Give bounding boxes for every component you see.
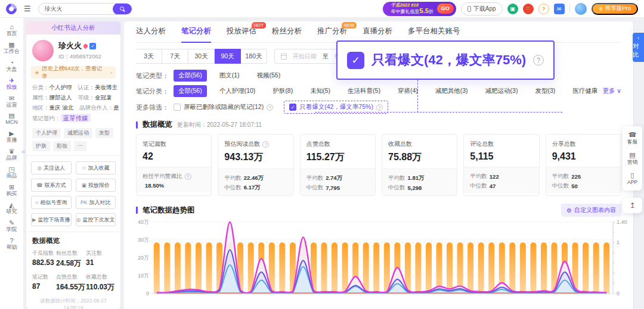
toolbox-icon[interactable]: ▣ xyxy=(507,4,518,14)
tag-chip[interactable]: 个人护理 xyxy=(32,128,61,138)
analysis-tab[interactable]: 直播分析 xyxy=(363,26,392,42)
floating-menu-item[interactable]: ▤ 营销 xyxy=(623,149,642,169)
notes-trend-chart[interactable]: 010万20万30万40万011.40 xyxy=(136,219,621,300)
time-range-button[interactable]: 90天 xyxy=(215,49,241,64)
rail-item[interactable]: ▦ 工作台 xyxy=(0,39,23,57)
analysis-tab[interactable]: 多平台相关账号 xyxy=(408,26,460,42)
card-value: 75.88万 xyxy=(388,151,451,164)
category-chip[interactable]: 减肥运动(3) xyxy=(481,85,523,97)
rail-item[interactable]: ⌂ 首页 xyxy=(0,21,23,39)
section-bar xyxy=(136,207,138,214)
download-app-button[interactable]: 下载App xyxy=(461,2,503,15)
tag-chip[interactable]: 发型 xyxy=(95,128,113,138)
rail-item[interactable]: ? 帮助 xyxy=(0,235,23,253)
compare-tab[interactable]: ‹ 对比 xyxy=(633,33,644,62)
pro-upgrade-button[interactable]: ♛尊享版Pro xyxy=(592,3,638,15)
action-button[interactable]: ▣ 投放报价 xyxy=(76,179,116,192)
rail-item[interactable]: ▤ MCN xyxy=(0,110,23,128)
time-range-button[interactable]: 180天 xyxy=(241,49,267,64)
live-icon: ▶ xyxy=(9,130,14,137)
analysis-tab[interactable]: 投放评估 HOT xyxy=(227,26,256,42)
floating-menu-item[interactable]: ▯ APP xyxy=(623,169,642,188)
back-to-top-button[interactable]: ↥ xyxy=(623,198,642,213)
tag-chip[interactable]: 彩妆 xyxy=(53,141,71,151)
category-chip[interactable]: 个人护理(10) xyxy=(215,85,261,97)
action-button[interactable]: ▶ 监控下场直播 xyxy=(31,213,72,226)
promo-banner[interactable]: 千瓜2022 618 年中豪礼低至5.5折 GO xyxy=(383,2,456,16)
contact-icon: ☎ xyxy=(36,182,43,188)
note-type-chip[interactable]: 全部(56) xyxy=(174,70,207,82)
more-categories-link[interactable]: 更多 ∨ xyxy=(602,87,621,95)
question-icon[interactable]: ? xyxy=(533,55,544,65)
hot-notes-callout[interactable]: ✓ 只看爆文(42，爆文率75%) ? xyxy=(336,40,555,80)
search-button[interactable] xyxy=(113,3,132,15)
floating-menu-item[interactable]: ☎ 客服 xyxy=(623,129,642,149)
ranking-alert[interactable]: ★ 历史上榜642次，查看记录 › xyxy=(31,66,116,79)
action-button[interactable]: ◎ 关注达人 xyxy=(31,161,72,174)
sidebar-collapse-handle[interactable]: « xyxy=(21,148,25,155)
mail-icon[interactable]: ✉ xyxy=(554,4,565,14)
category-chip[interactable]: 生活科普(5) xyxy=(343,85,385,97)
card-value: 9,431 xyxy=(552,151,615,162)
rail-item[interactable]: ✉ 运营 xyxy=(0,93,23,111)
overview-update-time: 更新时间：2022-05-27 18:07:11 xyxy=(177,121,262,129)
action-button[interactable]: PK 加入对比 xyxy=(76,196,116,209)
medal-icon: ★ xyxy=(35,70,39,76)
callout-checkbox[interactable]: ✓ xyxy=(347,52,364,69)
action-button[interactable]: ☆ 加入收藏 xyxy=(76,161,116,174)
tag-chip[interactable]: ⋯ xyxy=(74,141,86,151)
category-chip[interactable]: 发型(3) xyxy=(530,85,560,97)
rail-item[interactable]: ◔ 大盘 xyxy=(0,57,23,75)
search-input[interactable]: 珍火火 xyxy=(39,5,113,13)
apps-grid-icon[interactable]: ∷ xyxy=(523,4,534,14)
rail-item[interactable]: ⊞ 购买 xyxy=(0,182,23,199)
analysis-tab[interactable]: 推广分析 NEW xyxy=(317,26,347,42)
action-button[interactable]: ○ 相似号查询 xyxy=(31,196,72,209)
main-panel: 达人分析 笔记分析 投放评估 HOT 粉丝分析 推广分析 NEW 直播分析 xyxy=(124,21,633,309)
rail-item[interactable]: ✈ 投放 xyxy=(0,75,23,93)
customize-chart-button[interactable]: ⚙自定义图表内容 xyxy=(561,204,621,217)
info-icon[interactable]: ? xyxy=(267,104,273,111)
help-icon[interactable]: ? xyxy=(538,4,549,14)
time-range-button[interactable]: 7天 xyxy=(162,49,188,64)
promo-go-button[interactable]: GO xyxy=(437,4,454,14)
top-navbar: ☰ 珍火火 千瓜2022 618 年中豪礼低至5.5折 GO 下载App ▣ ∷… xyxy=(0,0,644,18)
rail-item[interactable]: ♛ 品牌 xyxy=(0,146,23,164)
qiangua-logo[interactable] xyxy=(4,1,18,16)
info-icon[interactable]: ? xyxy=(185,173,191,180)
card-sub-stat: 中位数?7,795 xyxy=(306,184,369,192)
only-hot-label: 只看爆文(42，爆文率75%) xyxy=(299,103,373,111)
category-chip[interactable]: 全部(56) xyxy=(174,85,207,97)
tag-chip[interactable]: 减肥运动 xyxy=(64,128,92,138)
analysis-tab[interactable]: 粉丝分析 xyxy=(272,26,302,42)
menu-toggle-icon[interactable]: ☰ xyxy=(24,5,31,13)
category-chip[interactable]: 护肤(8) xyxy=(268,85,298,97)
note-type-chip[interactable]: 视频(55) xyxy=(252,70,286,82)
rail-item[interactable]: ◭ 研究 xyxy=(0,199,23,217)
hide-deleted-checkbox[interactable] xyxy=(174,104,181,111)
tag-chip[interactable]: 护肤 xyxy=(32,141,50,151)
user-avatar[interactable] xyxy=(575,3,587,15)
rail-item[interactable]: ◳ 商品 xyxy=(0,164,23,182)
action-button[interactable]: ◎ 监控下次发文 xyxy=(76,213,116,226)
rail-item[interactable]: ✎ 学院 xyxy=(0,217,23,235)
time-range-button[interactable]: 30天 xyxy=(188,49,215,64)
compare-label: 对比 xyxy=(633,42,644,59)
creator-avatar[interactable] xyxy=(32,40,54,61)
info-pair: 等级：金冠薯 xyxy=(78,94,112,102)
analysis-tab[interactable]: 笔记分析 xyxy=(181,26,211,43)
category-chip[interactable]: 穿搭(4) xyxy=(393,85,423,97)
time-range-button[interactable]: 3天 xyxy=(136,49,162,64)
rail-item[interactable]: ▶ 直播 xyxy=(0,128,23,146)
note-type-chip[interactable]: 图文(1) xyxy=(215,70,244,82)
category-chip[interactable]: 未知(5) xyxy=(305,85,335,97)
only-hot-checkbox[interactable]: ✓ xyxy=(289,104,296,111)
card-sub-stat: 中位数?50 xyxy=(552,182,615,190)
info-icon[interactable]: ? xyxy=(376,104,383,111)
analysis-tab[interactable]: 达人分析 xyxy=(136,26,166,42)
category-chip[interactable]: 减肥其他(3) xyxy=(431,85,473,97)
action-button[interactable]: ☎ 联系方式 xyxy=(31,179,72,192)
date-start-input[interactable]: 开始日期 xyxy=(293,52,317,61)
category-chip[interactable]: 医疗健康其他(2) xyxy=(568,85,597,97)
info-icon[interactable]: ? xyxy=(262,141,269,148)
